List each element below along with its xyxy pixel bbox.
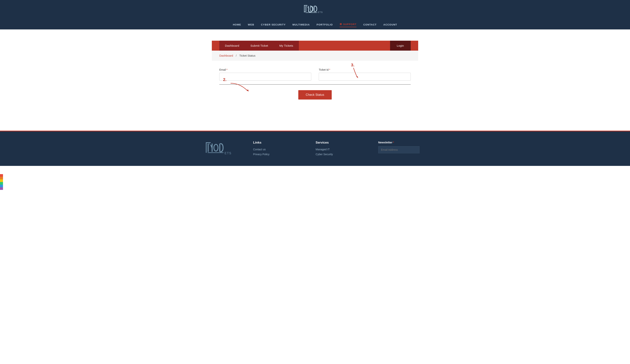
nav-account[interactable]: ACCOUNT <box>383 23 397 27</box>
annotation-3-arrow <box>346 66 361 79</box>
svg-rect-14 <box>206 142 211 143</box>
ticket-status-form-area: 2. 3. Email* Ticket Id* <box>212 61 418 111</box>
footer-newsletter-title: Newsletter* <box>378 141 426 144</box>
footer-links-col: Links Contact us Privacy Policy <box>253 141 300 158</box>
footer-service-cyber-security[interactable]: Cyber Security <box>316 153 363 156</box>
email-required-star: * <box>226 68 228 71</box>
footer-logo: ETS <box>204 141 238 160</box>
nav-cyber-security[interactable]: CYBER SECURITY <box>261 23 286 27</box>
breadcrumb-current-page: Ticket Status <box>239 54 255 57</box>
svg-rect-2 <box>306 6 306 12</box>
footer-services-title: Services <box>316 141 363 144</box>
annotation-2-arrow <box>229 81 251 93</box>
nav-contact[interactable]: CONTACT <box>363 23 376 27</box>
ticket-id-input[interactable] <box>319 73 411 81</box>
main-content: Dashboard Submit Ticket My Tickets Login… <box>0 41 630 131</box>
footer-link-contact[interactable]: Contact us <box>253 148 300 151</box>
svg-rect-1 <box>304 5 308 6</box>
ticket-id-label: Ticket Id* <box>319 68 411 71</box>
svg-marker-11 <box>246 90 248 92</box>
svg-rect-13 <box>206 142 206 153</box>
login-button[interactable]: Login <box>390 41 411 51</box>
ticket-id-form-group: Ticket Id* <box>319 68 411 81</box>
side-bar-item-blue <box>0 185 3 187</box>
dashboard-button[interactable]: Dashboard <box>219 41 245 51</box>
side-bar-item-yellow <box>0 179 3 182</box>
nav-web[interactable]: WEB <box>248 23 254 27</box>
footer-newsletter-col: Newsletter* <box>378 141 426 153</box>
breadcrumb-dashboard-link[interactable]: Dashboard <box>219 54 233 57</box>
newsletter-required-star: * <box>393 141 394 144</box>
submit-ticket-button[interactable]: Submit Ticket <box>245 41 274 51</box>
breadcrumb-separator: / <box>236 54 236 57</box>
footer-inner: ETS Links Contact us Privacy Policy Serv… <box>193 141 437 160</box>
footer-link-privacy[interactable]: Privacy Policy <box>253 153 300 156</box>
svg-rect-0 <box>304 5 305 12</box>
nav-support[interactable]: 🛠 SUPPORT <box>340 23 356 27</box>
nav-multimedia[interactable]: MULTIMEDIA <box>292 23 310 27</box>
side-bar-item-purple <box>0 187 3 190</box>
site-footer: ETS Links Contact us Privacy Policy Serv… <box>0 131 630 166</box>
svg-rect-17 <box>212 144 212 152</box>
check-status-button[interactable]: Check Status <box>298 90 332 99</box>
logo-icon: ETS <box>303 3 327 16</box>
my-tickets-button[interactable]: My Tickets <box>274 41 299 51</box>
logo-area: ETS <box>303 3 327 17</box>
ticket-action-bar: Dashboard Submit Ticket My Tickets Login <box>212 41 418 51</box>
svg-rect-15 <box>208 144 208 152</box>
email-form-group: Email* <box>219 68 311 81</box>
annotation-2-label: 2. <box>223 77 226 82</box>
svg-rect-21 <box>208 152 224 153</box>
newsletter-email-input[interactable] <box>378 146 420 153</box>
footer-links-title: Links <box>253 141 300 144</box>
svg-rect-19 <box>219 144 220 152</box>
side-bar-item-red <box>0 174 3 177</box>
support-icon: 🛠 <box>340 23 342 26</box>
svg-text:ETS: ETS <box>318 11 323 13</box>
footer-service-managed-it[interactable]: Managed IT <box>316 148 363 151</box>
footer-logo-icon: ETS <box>204 141 238 159</box>
nav-portfolio[interactable]: PORTFOLIO <box>316 23 333 27</box>
ticket-id-required-star: * <box>329 68 330 71</box>
side-bar-item-green <box>0 182 3 185</box>
side-color-bar <box>0 174 3 190</box>
svg-point-18 <box>214 144 218 151</box>
svg-marker-12 <box>356 76 358 78</box>
form-row-email-ticket: Email* Ticket Id* <box>219 68 411 81</box>
site-header: ETS HOME WEB CYBER SECURITY MULTIMEDIA P… <box>0 0 630 29</box>
email-input[interactable] <box>219 73 311 81</box>
email-label: Email* <box>219 68 311 71</box>
svg-text:ETS: ETS <box>224 152 232 155</box>
svg-rect-6 <box>314 6 314 12</box>
main-nav: HOME WEB CYBER SECURITY MULTIMEDIA PORTF… <box>0 21 630 29</box>
svg-rect-9 <box>306 12 317 13</box>
nav-home[interactable]: HOME <box>233 23 241 27</box>
footer-services-col: Services Managed IT Cyber Security <box>316 141 363 158</box>
side-bar-item-orange <box>0 177 3 179</box>
svg-rect-10 <box>304 11 306 12</box>
breadcrumb: Dashboard / Ticket Status <box>212 51 418 61</box>
